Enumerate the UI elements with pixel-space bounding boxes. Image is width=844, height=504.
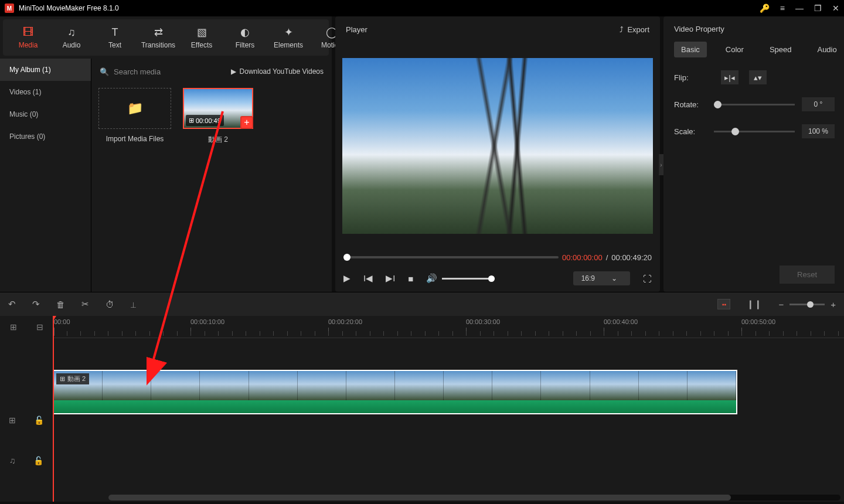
search-input[interactable]: Search media	[114, 67, 161, 76]
aspect-ratio-label: 16:9	[581, 274, 595, 282]
flip-vertical-button[interactable]: ▴▾	[749, 70, 767, 84]
next-frame-button[interactable]: ▶I	[386, 273, 395, 284]
crop-button[interactable]: ⟂	[131, 299, 136, 309]
undo-button[interactable]: ↶	[8, 299, 16, 309]
tab-media-label: Media	[19, 41, 38, 49]
props-tab-basic[interactable]: Basic	[674, 42, 707, 57]
stop-button[interactable]: ■	[408, 274, 413, 284]
props-tab-color[interactable]: Color	[719, 42, 751, 57]
scrollbar-thumb[interactable]	[108, 495, 731, 500]
tab-filters[interactable]: ◐Filters	[223, 19, 267, 56]
timeline-panel: ↶ ↷ 🗑 ✂ ⏱ ⟂ ▪▪ ❙❙ − + ⊞ ⊟ ⊞ 🔓 ♫ 🔓	[0, 292, 844, 502]
add-clip-button[interactable]: +	[240, 116, 253, 129]
preview-image	[342, 58, 653, 234]
volume-control[interactable]: 🔊	[426, 273, 495, 284]
tab-text[interactable]: TText	[93, 19, 137, 56]
collapse-properties-button[interactable]: ›	[659, 154, 663, 175]
timeline-toolbar: ↶ ↷ 🗑 ✂ ⏱ ⟂ ▪▪ ❙❙ − +	[0, 292, 844, 316]
audio-icon: ♫	[67, 26, 76, 39]
tab-effects-label: Effects	[191, 41, 212, 49]
sidebar-item-album[interactable]: My Album (1)	[0, 59, 91, 81]
export-label: Export	[627, 25, 649, 34]
zoom-in-button[interactable]: +	[831, 299, 836, 309]
player-current-time: 00:00:00:00	[562, 253, 603, 262]
playhead[interactable]	[53, 316, 54, 502]
clip-duration-badge: ⊞00:00:49	[186, 115, 224, 126]
video-track-lock-icon[interactable]: 🔓	[34, 416, 44, 425]
import-media-button[interactable]: 📁	[98, 88, 171, 129]
sidebar-item-music[interactable]: Music (0)	[0, 103, 91, 125]
timeline-view-thumbnails[interactable]: ▪▪	[717, 299, 730, 309]
media-panel: 🎞Media ♫Audio TText ⇄Transitions ▧Effect…	[0, 16, 332, 292]
clip-tag-label: 動画 2	[67, 374, 86, 383]
tab-media[interactable]: 🎞Media	[6, 19, 50, 56]
video-clip[interactable]: ⊞動画 2	[53, 370, 737, 414]
scale-value[interactable]: 100 %	[802, 124, 835, 138]
speed-button[interactable]: ⏱	[106, 299, 114, 309]
clip-waveform	[54, 400, 736, 414]
volume-slider[interactable]	[442, 278, 495, 280]
zoom-slider[interactable]	[789, 304, 825, 305]
player-seekbar[interactable]	[343, 256, 559, 258]
ruler-tick: 00:00	[54, 318, 70, 325]
close-button[interactable]: ✕	[832, 4, 839, 13]
text-icon: T	[112, 26, 118, 39]
sidebar-item-pictures[interactable]: Pictures (0)	[0, 125, 91, 148]
chevron-down-icon: ⌄	[611, 274, 617, 282]
properties-panel: › Video Property Basic Color Speed Audio…	[663, 16, 844, 292]
player-viewport[interactable]	[342, 42, 653, 250]
ruler-tick: 00:00:10:00	[190, 318, 224, 325]
timeline-ruler[interactable]: 00:00 00:00:10:00 00:00:20:00 00:00:30:0…	[53, 316, 844, 338]
video-track[interactable]: ⊞動画 2	[53, 370, 844, 416]
maximize-button[interactable]: ❐	[814, 4, 822, 13]
tab-audio[interactable]: ♫Audio	[50, 19, 93, 56]
export-icon: ⤴	[620, 25, 624, 34]
sidebar-item-videos[interactable]: Videos (1)	[0, 81, 91, 103]
props-tab-speed[interactable]: Speed	[763, 42, 799, 57]
fullscreen-button[interactable]: ⛶	[643, 274, 652, 284]
player-total-time: 00:00:49:20	[611, 253, 652, 262]
tab-elements-label: Elements	[274, 41, 303, 49]
transitions-icon: ⇄	[154, 26, 163, 39]
audio-track[interactable]	[53, 416, 844, 451]
timeline-tracks[interactable]: 00:00 00:00:10:00 00:00:20:00 00:00:30:0…	[53, 316, 844, 502]
scale-slider[interactable]	[714, 131, 795, 132]
tab-transitions[interactable]: ⇄Transitions	[137, 19, 180, 56]
upgrade-key-icon[interactable]: 🔑	[760, 4, 770, 13]
rotate-slider[interactable]	[714, 104, 795, 105]
clip-video-icon: ⊞	[60, 375, 65, 383]
timeline-view-list[interactable]: ❙❙	[747, 299, 762, 309]
tab-transitions-label: Transitions	[141, 41, 175, 49]
flip-horizontal-button[interactable]: ▸|◂	[721, 70, 738, 84]
tab-effects[interactable]: ▧Effects	[180, 19, 223, 56]
search-icon: 🔍	[100, 67, 109, 76]
export-button[interactable]: ⤴Export	[620, 25, 649, 34]
aspect-ratio-select[interactable]: 16:9⌄	[573, 271, 630, 285]
zoom-out-button[interactable]: −	[778, 299, 784, 309]
volume-icon: 🔊	[426, 273, 437, 284]
reset-button[interactable]: Reset	[780, 265, 835, 284]
split-button[interactable]: ✂	[81, 299, 89, 309]
player-panel: Player ⤴Export 00:00:00:00 / 00:00:49:20…	[335, 16, 660, 292]
delete-button[interactable]: 🗑	[56, 299, 65, 309]
play-button[interactable]: ▶	[343, 273, 350, 284]
player-time-sep: /	[606, 253, 608, 262]
ruler-tick: 00:00:20:00	[328, 318, 362, 325]
seekbar-knob[interactable]	[343, 254, 350, 261]
tab-elements[interactable]: ✦Elements	[267, 19, 310, 56]
add-track-button[interactable]: ⊞	[10, 322, 17, 332]
minimize-button[interactable]: —	[795, 4, 804, 13]
redo-button[interactable]: ↷	[32, 299, 40, 309]
effects-icon: ▧	[197, 26, 207, 39]
app-logo: M	[5, 4, 14, 13]
media-clip-thumbnail[interactable]: ⊞00:00:49 +	[183, 88, 253, 129]
clip-duration-text: 00:00:49	[196, 117, 221, 124]
download-youtube-link[interactable]: ▶ Download YouTube Videos	[231, 67, 324, 76]
rotate-value[interactable]: 0 °	[802, 97, 835, 111]
prev-frame-button[interactable]: I◀	[363, 273, 373, 284]
audio-track-lock-icon[interactable]: 🔓	[33, 456, 43, 465]
props-tab-audio[interactable]: Audio	[810, 42, 843, 57]
timeline-scrollbar[interactable]	[108, 495, 840, 500]
remove-track-button[interactable]: ⊟	[36, 322, 43, 332]
menu-icon[interactable]: ≡	[780, 4, 785, 13]
